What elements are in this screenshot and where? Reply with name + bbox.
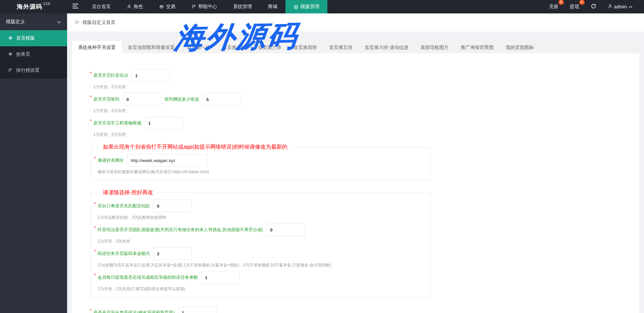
form-item-douyin-switch: * 是否开启抖音玩法 1为开启，0为关闭 xyxy=(90,69,633,89)
signin-switch-input[interactable] xyxy=(123,93,161,106)
layers-icon xyxy=(293,4,299,9)
required-asterisk: * xyxy=(90,95,92,100)
admin-user-menu[interactable]: admin xyxy=(608,4,633,10)
form-item-sound-alert: * 是否开启后台声音提示(修改后请刷新页面) xyxy=(90,306,633,313)
breadcrumb: 模版自定义首页 xyxy=(67,13,644,32)
app-logo-text: 海外源码 xyxy=(17,3,42,11)
main-area: 模版自定义首页 系统各种开关设置 首页顶部图和弹窗设置 首页第一排 首页第二排 … xyxy=(67,13,644,313)
invite-url-input[interactable] xyxy=(127,154,208,167)
scales-icon xyxy=(159,4,164,9)
nav-item-label: 系统管理 xyxy=(233,4,252,10)
tab-home-row2[interactable]: 首页第二排 xyxy=(216,41,252,53)
recharge-button[interactable]: 充值 0 xyxy=(549,4,558,10)
chevron-down-icon xyxy=(57,19,61,24)
nav-item-template-manage[interactable]: 模版管理 xyxy=(285,0,327,13)
recharge-badge: 0 xyxy=(558,0,564,5)
required-asterisk: * xyxy=(90,308,92,313)
nav-item-help-center[interactable]: 帮助中心 xyxy=(183,0,225,13)
nav-item-roles[interactable]: 角色 xyxy=(119,0,151,13)
tab-system-switches[interactable]: 系统各种开关设置 xyxy=(72,41,122,53)
hamburger-menu-button[interactable] xyxy=(67,0,84,13)
tab-home-row6-scroll[interactable]: 首页第六排-滚动信息 xyxy=(359,41,415,53)
field-help: 1为开启，0为关闭 xyxy=(90,132,633,137)
form-item-principal-return-mode: * 助还任务开启返回本金模式 2为(余额为负不反本金只反佣,为正反本金+反佣),… xyxy=(94,247,426,267)
withdraw-label: 提现 xyxy=(570,4,579,9)
required-asterisk: * xyxy=(94,249,97,254)
refresh-icon xyxy=(591,3,596,10)
nav-item-label: 商城 xyxy=(268,4,277,10)
tab-home-row4[interactable]: 首页第四排 xyxy=(287,41,323,53)
field-label: 后台订单是否先匹配后扣款 xyxy=(98,203,150,209)
form-item-signin: * 是否开启签到 签到赠送多少彩金 1为开启，0为关闭 xyxy=(90,93,633,113)
nav-item-dashboard[interactable]: 后台首页 xyxy=(84,0,119,13)
nav-item-mall[interactable]: 商城 xyxy=(260,0,285,13)
field-help: 1为开启，0为关闭 xyxy=(94,239,426,244)
nav-item-trade[interactable]: 交易 xyxy=(151,0,183,13)
field-label: 是否开启后台声音提示(修改后请刷新页面) xyxy=(93,310,175,313)
tab-home-row1[interactable]: 首页第一排 xyxy=(181,41,216,53)
app-version: V10 xyxy=(43,2,50,6)
form-item-invite-url: * 邀请好友网址 修改为发你的最新的邀请网址(格式必须为:https://m.b… xyxy=(94,154,426,174)
field-label: 抖音玩法是否开启团队层级返佣(关闭后只有做任务的本人有佣金,其他层级不享受分成) xyxy=(98,227,263,233)
field-help: 2为(余额为负不反本金只反佣,为正反本金+反佣),1为不管余额多少(返本金+佣金… xyxy=(94,263,426,267)
sidebar-item-home-template[interactable]: 首页模版 xyxy=(0,30,67,46)
team-rebate-input[interactable] xyxy=(266,223,305,236)
douyin-switch-input[interactable] xyxy=(131,69,170,82)
nav-item-label: 角色 xyxy=(133,4,143,10)
required-asterisk: * xyxy=(94,156,97,161)
sidebar-item-label: 首页模版 xyxy=(16,35,35,41)
admin-username: admin xyxy=(614,4,627,9)
withdraw-task-requirement-input[interactable] xyxy=(201,271,240,284)
form-item-match-deduct: * 后台订单是否先匹配后扣款 1为先匹配后扣款，0为匹配和扣款同时 xyxy=(94,200,426,220)
form-item-pet-mall: * 是否开启手工和宠物商城 1为开启，0为关闭 xyxy=(90,117,633,137)
withdraw-button[interactable]: 提现 0 xyxy=(570,4,579,10)
pet-mall-switch-input[interactable] xyxy=(145,117,183,129)
field-help: 1为开启，0为关闭(只要完成抖音任务就可以提现) xyxy=(94,286,426,291)
required-asterisk: * xyxy=(90,118,92,123)
required-asterisk: * xyxy=(94,273,97,278)
top-navbar: 海外源码 V10 后台首页 角色 交易 帮助中心 系统管理 商城 模版 xyxy=(0,0,644,13)
flag-icon xyxy=(192,4,196,9)
tab-home-top-popup[interactable]: 首页顶部图和弹窗设置 xyxy=(122,41,181,53)
field-label: 助还任务开启返回本金模式 xyxy=(98,251,150,257)
sound-alert-input[interactable] xyxy=(178,306,217,313)
required-asterisk: * xyxy=(94,225,97,230)
match-deduct-input[interactable] xyxy=(153,200,192,212)
asterisk-icon xyxy=(8,36,13,41)
nav-item-system-manage[interactable]: 系统管理 xyxy=(225,0,260,13)
field-help: 修改为发你的最新的邀请网址(格式必须为:https://m.baidu.com) xyxy=(94,169,426,174)
tab-bottom-nav-images[interactable]: 底部导航图片 xyxy=(415,41,455,53)
signin-bonus-input[interactable] xyxy=(203,93,241,106)
tab-promo-poster-bg[interactable]: 推广海报背景图 xyxy=(455,41,500,53)
sidebar-group-template-define[interactable]: 模版定义 xyxy=(0,13,67,30)
nav-item-label: 后台首页 xyxy=(92,4,111,10)
app-logo: 海外源码 V10 xyxy=(0,0,67,13)
hamburger-icon xyxy=(72,4,78,10)
tab-home-row5[interactable]: 首页第五排 xyxy=(323,41,359,53)
principal-return-mode-input[interactable] xyxy=(153,247,192,260)
nav-item-label: 帮助中心 xyxy=(198,4,217,10)
asterisk-icon xyxy=(8,52,13,57)
sidebar-item-ranking-settings[interactable]: 排行榜设置 xyxy=(0,62,67,79)
chevron-up-icon xyxy=(629,4,633,9)
sidebar-item-grab-order-page[interactable]: 抢单页 xyxy=(0,46,67,62)
tab-home-row3[interactable]: 首页第三排 xyxy=(252,41,287,53)
form-item-withdraw-task-requirement: * 会员每日提现是否必须完成相应等级的助还任务单数 1为开启，0为关闭(只要完成… xyxy=(94,271,426,291)
sidebar-item-label: 排行榜设置 xyxy=(16,67,40,73)
field-label: 是否开启抖音玩法 xyxy=(93,72,128,79)
form-item-team-rebate: * 抖音玩法是否开启团队层级返佣(关闭后只有做任务的本人有佣金,其他层级不享受分… xyxy=(94,223,426,244)
required-asterisk: * xyxy=(90,71,92,76)
field-label: 是否开启签到 xyxy=(93,96,119,102)
field-help: 1为开启，0为关闭 xyxy=(90,85,633,89)
refresh-button[interactable] xyxy=(591,3,596,10)
tab-my-page-icons[interactable]: 我的页面图标 xyxy=(500,41,540,53)
fieldset-legend: 如果出现有个别省份打不开网站或app(如提示网络错误)的时候请修改为最新的 xyxy=(100,144,290,151)
navbar-right: 充值 0 提现 0 admin xyxy=(549,0,644,13)
fieldset-legend: 请谨慎选择-想好再改 xyxy=(100,189,156,196)
double-chevron-icon xyxy=(74,20,79,25)
nav-item-label: 模版管理 xyxy=(301,4,319,10)
sidebar: 模版定义 首页模版 抢单页 排行榜设置 xyxy=(0,13,67,313)
sidebar-item-label: 抢单页 xyxy=(16,51,30,57)
withdraw-badge: 0 xyxy=(579,0,585,5)
user-icon xyxy=(608,4,612,10)
